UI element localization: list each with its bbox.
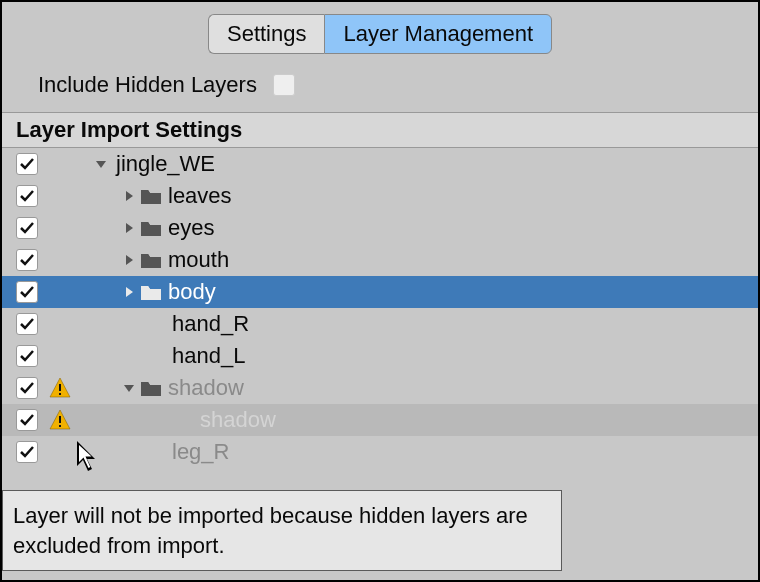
chevron-right-icon[interactable] <box>122 189 140 203</box>
chevron-down-icon[interactable] <box>122 381 140 395</box>
folder-icon <box>140 283 164 301</box>
layer-label: shadow <box>168 375 244 401</box>
warning-icon <box>48 376 76 400</box>
svg-rect-0 <box>59 384 61 391</box>
layer-label: hand_R <box>172 311 249 337</box>
layer-checkbox[interactable] <box>16 345 38 367</box>
layer-checkbox[interactable] <box>16 377 38 399</box>
layer-row-jingle-we[interactable]: jingle_WE <box>2 148 758 180</box>
tooltip: Layer will not be imported because hidde… <box>2 490 562 571</box>
layer-label: mouth <box>168 247 229 273</box>
layer-checkbox[interactable] <box>16 217 38 239</box>
chevron-right-icon[interactable] <box>122 221 140 235</box>
layer-label: leg_R <box>172 439 229 465</box>
layer-checkbox[interactable] <box>16 249 38 271</box>
layer-checkbox[interactable] <box>16 409 38 431</box>
layer-checkbox[interactable] <box>16 441 38 463</box>
layer-tree: jingle_WEleaveseyesmouthbodyhand_Rhand_L… <box>2 148 758 468</box>
chevron-right-icon[interactable] <box>122 285 140 299</box>
svg-rect-1 <box>59 393 61 395</box>
layer-row-shadow[interactable]: shadow <box>2 372 758 404</box>
chevron-right-icon[interactable] <box>122 253 140 267</box>
tab-settings[interactable]: Settings <box>208 14 325 54</box>
layer-label: shadow <box>200 407 276 433</box>
layer-row-body[interactable]: body <box>2 276 758 308</box>
layer-label: hand_L <box>172 343 245 369</box>
layer-checkbox[interactable] <box>16 281 38 303</box>
layer-row-leg-r[interactable]: leg_R <box>2 436 758 468</box>
folder-icon <box>140 379 164 397</box>
layer-label: eyes <box>168 215 214 241</box>
chevron-down-icon[interactable] <box>94 157 112 171</box>
section-header: Layer Import Settings <box>2 112 758 148</box>
include-hidden-checkbox[interactable] <box>273 74 295 96</box>
layer-row-mouth[interactable]: mouth <box>2 244 758 276</box>
layer-checkbox[interactable] <box>16 185 38 207</box>
folder-icon <box>140 187 164 205</box>
tabs-bar: Settings Layer Management <box>2 2 758 64</box>
folder-icon <box>140 251 164 269</box>
layer-row-shadow[interactable]: shadow <box>2 404 758 436</box>
tab-layer-management[interactable]: Layer Management <box>324 14 552 54</box>
layer-checkbox[interactable] <box>16 313 38 335</box>
layer-row-leaves[interactable]: leaves <box>2 180 758 212</box>
folder-icon <box>140 219 164 237</box>
layer-label: body <box>168 279 216 305</box>
layer-label: jingle_WE <box>116 151 215 177</box>
layer-checkbox[interactable] <box>16 153 38 175</box>
svg-rect-3 <box>59 425 61 427</box>
include-hidden-row: Include Hidden Layers <box>2 64 758 112</box>
layer-label: leaves <box>168 183 232 209</box>
warning-icon <box>48 408 76 432</box>
layer-row-hand-l[interactable]: hand_L <box>2 340 758 372</box>
include-hidden-label: Include Hidden Layers <box>38 72 257 98</box>
layer-row-hand-r[interactable]: hand_R <box>2 308 758 340</box>
svg-rect-2 <box>59 416 61 423</box>
layer-row-eyes[interactable]: eyes <box>2 212 758 244</box>
